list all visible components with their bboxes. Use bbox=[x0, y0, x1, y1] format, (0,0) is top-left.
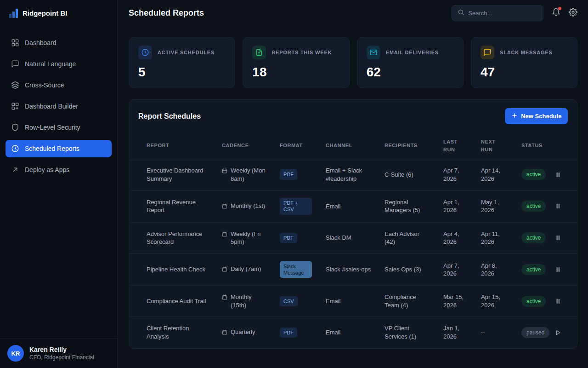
app-root: Ridgepoint BI Dashboard Natural Language… bbox=[0, 0, 588, 368]
status-badge: active bbox=[521, 296, 546, 307]
search-input[interactable] bbox=[468, 10, 537, 17]
pause-button[interactable] bbox=[553, 296, 563, 306]
pause-button[interactable] bbox=[553, 264, 563, 275]
sidebar-item-scheduled-reports[interactable]: Scheduled Reports bbox=[6, 140, 112, 157]
sidebar-item-row-level-security[interactable]: Row-Level Security bbox=[6, 119, 112, 136]
stat-label: REPORTS THIS WEEK bbox=[271, 50, 332, 55]
cell-channel: Email bbox=[317, 195, 376, 218]
content: ACTIVE SCHEDULES 5 REPORTS THIS WEEK 18 … bbox=[118, 26, 588, 368]
report-schedules-panel: Report Schedules New Schedule REPORTCADE… bbox=[129, 99, 577, 349]
pause-button[interactable] bbox=[553, 201, 563, 211]
notifications-button[interactable] bbox=[552, 8, 560, 18]
dashboard-grid-icon bbox=[11, 39, 19, 47]
sidebar-item-deploy-as-apps[interactable]: Deploy as Apps bbox=[6, 161, 112, 178]
chat-bubble-icon bbox=[481, 46, 494, 59]
stat-value: 18 bbox=[252, 65, 339, 80]
cell-status: paused bbox=[513, 320, 568, 345]
gear-icon bbox=[569, 8, 577, 18]
cell-report-name: Pipeline Health Check bbox=[138, 258, 214, 281]
column-header: CADENCE bbox=[214, 136, 271, 155]
stat-card: REPORTS THIS WEEK 18 bbox=[243, 37, 349, 88]
calendar-icon bbox=[222, 167, 227, 176]
user-profile[interactable]: KR Karen Reilly CFO, Ridgepoint Financia… bbox=[0, 338, 117, 368]
cell-next-run: Apr 8, 2026 bbox=[473, 254, 513, 285]
new-schedule-button[interactable]: New Schedule bbox=[505, 108, 568, 124]
sidebar-item-dashboard[interactable]: Dashboard bbox=[6, 34, 112, 52]
table-row: Client Retention Analysis Quarterly PDF … bbox=[129, 317, 577, 348]
avatar: KR bbox=[7, 345, 24, 362]
stat-card: ACTIVE SCHEDULES 5 bbox=[129, 37, 235, 88]
cell-next-run: May 1, 2026 bbox=[473, 191, 513, 222]
pause-button[interactable] bbox=[553, 170, 563, 180]
cell-cadence: Monthly (15th) bbox=[214, 286, 271, 316]
brand: Ridgepoint BI bbox=[0, 0, 117, 26]
cell-next-run: -- bbox=[473, 321, 513, 344]
status-badge: active bbox=[521, 264, 546, 275]
clock-icon bbox=[11, 144, 19, 153]
cell-format: Slack Message bbox=[271, 254, 317, 286]
main-area: Scheduled Reports ACTIVE SCHEDULES bbox=[118, 0, 588, 368]
cell-status: active bbox=[513, 225, 568, 251]
cell-last-run: Apr 7, 2026 bbox=[435, 254, 473, 285]
calendar-icon bbox=[222, 329, 227, 337]
cell-report-name: Client Retention Analysis bbox=[138, 317, 214, 348]
format-badge: PDF bbox=[280, 233, 297, 243]
brand-logo-icon bbox=[9, 8, 18, 18]
status-badge: active bbox=[521, 232, 546, 243]
sidebar-item-dashboard-builder[interactable]: Dashboard Builder bbox=[6, 98, 112, 115]
shield-icon bbox=[11, 123, 19, 132]
play-button[interactable] bbox=[553, 328, 563, 338]
status-badge: active bbox=[521, 169, 546, 180]
chat-bubble-icon bbox=[11, 60, 19, 68]
table-header: REPORTCADENCEFORMATCHANNELRECIPIENTSLAST… bbox=[129, 132, 577, 159]
cell-cadence: Quarterly bbox=[214, 321, 271, 345]
cell-recipients: Each Advisor (42) bbox=[376, 223, 435, 253]
column-header: FORMAT bbox=[271, 136, 317, 155]
calendar-icon bbox=[222, 266, 227, 274]
notification-dot bbox=[558, 7, 561, 10]
cell-cadence: Daily (7am) bbox=[214, 258, 271, 282]
table-row: Advisor Performance Scorecard Weekly (Fr… bbox=[129, 223, 577, 254]
column-header: REPORT bbox=[138, 136, 214, 155]
cell-status: active bbox=[513, 193, 568, 219]
brand-name: Ridgepoint BI bbox=[23, 9, 68, 17]
document-icon bbox=[252, 46, 266, 59]
cell-cadence: Weekly (Fri 5pm) bbox=[214, 223, 271, 253]
cell-status: active bbox=[513, 257, 568, 282]
cell-channel: Email bbox=[317, 321, 376, 344]
status-badge: active bbox=[521, 201, 546, 212]
stat-value: 5 bbox=[138, 65, 226, 80]
cell-report-name: Compliance Audit Trail bbox=[138, 290, 214, 313]
sidebar-item-cross-source[interactable]: Cross-Source bbox=[6, 76, 112, 94]
column-header: NEXT RUN bbox=[473, 132, 513, 159]
cell-format: PDF bbox=[271, 225, 317, 250]
cell-recipients: Sales Ops (3) bbox=[376, 258, 435, 281]
cell-format: PDF + CSV bbox=[271, 190, 317, 222]
search-box[interactable] bbox=[452, 5, 543, 21]
cell-recipients: Compliance Team (4) bbox=[376, 286, 435, 316]
table-body: Executive Dashboard Summary Weekly (Mon … bbox=[129, 159, 577, 349]
table-row: Pipeline Health Check Daily (7am) Slack … bbox=[129, 254, 577, 286]
table-row: Compliance Audit Trail Monthly (15th) CS… bbox=[129, 286, 577, 317]
cell-report-name: Executive Dashboard Summary bbox=[138, 159, 214, 190]
user-name: Karen Reilly bbox=[29, 346, 94, 353]
settings-button[interactable] bbox=[569, 8, 577, 18]
cell-next-run: Apr 14, 2026 bbox=[473, 159, 513, 190]
format-badge: PDF bbox=[280, 169, 297, 179]
cell-cadence: Weekly (Mon 8am) bbox=[214, 159, 271, 190]
format-badge: CSV bbox=[280, 296, 298, 306]
cell-next-run: Apr 11, 2026 bbox=[473, 223, 513, 253]
column-header: RECIPIENTS bbox=[376, 136, 435, 155]
cell-cadence: Monthly (1st) bbox=[214, 195, 271, 218]
column-header: LAST RUN bbox=[435, 132, 473, 159]
cell-channel: Slack #sales-ops bbox=[317, 258, 376, 281]
stat-label: EMAIL DELIVERIES bbox=[386, 50, 439, 55]
calendar-icon bbox=[222, 294, 227, 302]
search-icon bbox=[458, 9, 464, 17]
sidebar-item-natural-language[interactable]: Natural Language bbox=[6, 55, 112, 73]
cell-last-run: Apr 4, 2026 bbox=[435, 223, 473, 253]
stat-cards: ACTIVE SCHEDULES 5 REPORTS THIS WEEK 18 … bbox=[129, 37, 577, 88]
topbar: Scheduled Reports bbox=[118, 0, 588, 26]
pause-button[interactable] bbox=[553, 233, 563, 243]
cell-last-run: Apr 7, 2026 bbox=[435, 159, 473, 190]
